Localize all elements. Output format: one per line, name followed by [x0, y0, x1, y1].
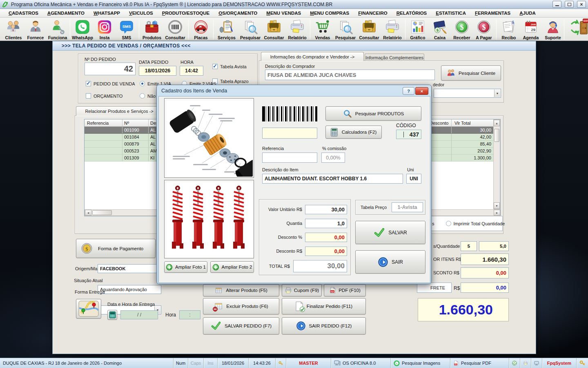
scroll-down-arrow[interactable]: ▼ — [494, 202, 500, 209]
valor-itens-field[interactable]: 1.660,30 — [461, 254, 509, 265]
toolbar-clientes[interactable]: Clientes — [2, 18, 24, 40]
dialog-save-button[interactable]: SALVAR — [355, 221, 425, 244]
status-pesquisar-imagens[interactable]: Pesquisar Imagens — [391, 358, 450, 368]
menu-agendamento[interactable]: AGENDAMENTO — [43, 9, 89, 17]
qtd-itens-field[interactable]: 5 — [461, 241, 477, 251]
toolbar-produtos[interactable]: Produtos — [140, 18, 163, 40]
menu-relatorios[interactable]: RELATÓRIOS — [392, 9, 432, 17]
toolbar-caixa[interactable]: $Caixa — [429, 18, 451, 40]
tab-relacionar-produtos[interactable]: Relacionar Produtos e Serviços -> — [76, 106, 163, 116]
toolbar-suporte[interactable]: Suporte — [542, 18, 564, 40]
toolbar-recibo[interactable]: $Recibo — [498, 18, 520, 40]
barcode-field[interactable] — [262, 128, 317, 139]
toolbar-instagram[interactable]: Insta — [94, 18, 116, 40]
delivery-date-field[interactable]: / / — [120, 310, 158, 319]
dialog-close-button[interactable]: × — [415, 87, 428, 95]
order-date-field[interactable]: 18/01/2026 — [139, 66, 176, 76]
tabela-aprazo-checkbox[interactable]: Tabela Aprazo — [212, 79, 249, 84]
vendedor-combo[interactable]: ▼ — [434, 89, 501, 98]
menu-cadastros[interactable]: CADASTROS — [4, 9, 43, 17]
date-picker-button[interactable] — [107, 310, 117, 320]
vertical-scrollbar[interactable]: ▲ ▼ — [493, 119, 500, 209]
situacao-combo[interactable]: Aguardando Aprovação — [98, 285, 161, 294]
search-products-button[interactable]: Pesquisar PRODUTOS — [325, 106, 421, 121]
toolbar-funcionarios[interactable]: Funciona — [47, 18, 69, 40]
menu-compras[interactable]: MENU COMPRAS — [305, 9, 354, 17]
toolbar-consultar-servicos[interactable]: Consultar — [262, 18, 286, 40]
tab-info-complementares[interactable]: Informação Complementares — [365, 54, 424, 61]
scrollbar-thumb[interactable] — [92, 210, 112, 215]
help-button[interactable]: ? — [403, 87, 414, 95]
menu-os-orcamento[interactable]: OS/ORÇAMENTO — [214, 9, 262, 17]
salvar-pedido-button[interactable]: SALVAR PEDIDO (F7) — [203, 317, 279, 334]
ampliar-foto1-button[interactable]: Ampliar Foto 1 — [164, 261, 207, 273]
menu-vendas[interactable]: MENU VENDAS — [262, 9, 305, 17]
pedido-venda-checkbox[interactable]: PEDIDO DE VENDA — [86, 81, 135, 86]
menu-ajuda[interactable]: AJUDA — [515, 9, 540, 17]
frete-field[interactable]: 0,00 — [461, 283, 509, 293]
dialog-exit-button[interactable]: SAIR — [355, 250, 425, 274]
toolbar-pesquisar-vendas[interactable]: Pesquisar — [334, 18, 357, 40]
calculator-button[interactable]: Calculadora (F2) — [325, 126, 382, 139]
quantia-field[interactable]: 1,0 — [305, 219, 347, 228]
menu-produto-estoque[interactable]: PRODUTO/ESTOQUE — [158, 9, 214, 17]
toolbar-whatsapp[interactable]: WhatsApp — [71, 18, 94, 40]
menu-veiculos[interactable]: VEICULOS — [125, 9, 158, 17]
toolbar-receber[interactable]: $Receber — [451, 18, 473, 40]
buyer-description-field[interactable]: FIUSA DE ALMEIDA JUCA CHAVES — [265, 70, 435, 80]
search-client-button[interactable]: Pesquisar Cliente — [441, 65, 501, 81]
codigo-field[interactable]: 437 — [396, 130, 421, 139]
toolbar-servicos[interactable]: Serviços — [215, 18, 238, 40]
menu-estatistica[interactable]: ESTATISTICA — [431, 9, 470, 17]
desconto-pct-field[interactable]: 0,00 — [305, 233, 347, 242]
excluir-produto-button[interactable]: Excluir Produto (F6) — [203, 298, 279, 314]
toolbar-consultar-barcode[interactable]: Consultar — [163, 18, 187, 40]
scroll-up-arrow[interactable]: ▲ — [494, 120, 500, 126]
status-print[interactable] — [520, 358, 531, 368]
toolbar-pesquisar-servicos[interactable]: Pesquisar — [238, 18, 262, 40]
toolbar-placas[interactable]: Placas — [190, 18, 212, 40]
toolbar-fornecedores[interactable]: Fornece — [24, 18, 47, 40]
toolbar-grafico[interactable]: Gráfico — [407, 18, 429, 40]
toolbar-relatorio-servicos[interactable]: Relatório — [286, 18, 309, 40]
finalizar-pedido-button[interactable]: Finalizar Pedido (F11) — [282, 298, 366, 314]
minimize-button[interactable] — [552, 1, 561, 8]
desconto-total-field[interactable]: 0,00 — [461, 267, 509, 278]
origem-combo[interactable]: FACEBOOK — [98, 264, 161, 273]
toolbar-relatorio-vendas[interactable]: Relatório — [381, 18, 404, 40]
scrollbar-thumb[interactable] — [494, 129, 499, 142]
cupom-button[interactable]: Cupom (F9) — [282, 284, 322, 296]
qtd-total-field[interactable]: 5,0 — [479, 241, 509, 251]
order-number-field[interactable]: 42 — [85, 63, 136, 75]
tab-comprador-vendedor[interactable]: Informações do Comprador e Vendedor -> — [261, 52, 364, 61]
item-description-field[interactable]: ALINHAMENTO DIANT. ESCORT HOBBY 1.6 — [262, 174, 403, 184]
valor-unitario-field[interactable]: 30,00 — [305, 205, 347, 214]
orcamento-checkbox[interactable]: ORÇAMENTO — [86, 93, 122, 99]
ampliar-foto2-button[interactable]: Ampliar Foto 2 — [210, 261, 254, 273]
menu-financeiro[interactable]: FINANCEIRO — [354, 9, 392, 17]
status-pesquisar-pdf[interactable]: Pesquisar PDF — [450, 358, 509, 368]
order-time-field[interactable]: 14:42 — [180, 66, 203, 76]
tabela-avista-checkbox[interactable]: Tabela Avista — [212, 64, 247, 69]
toolbar-exit[interactable]: EXIT — [566, 18, 588, 40]
imprimir-total-quantidade-radio[interactable]: Imprimir Total Quantidade — [446, 221, 505, 226]
uni-field[interactable]: UNI — [406, 174, 421, 184]
comissao-field[interactable]: 0,00% — [321, 153, 345, 163]
dialog-titlebar[interactable]: Cadastro dos Itens de Venda — [157, 85, 431, 96]
toolbar-agenda[interactable]: JAN29Agenda — [520, 18, 542, 40]
desconto-rs-field[interactable]: 0,00 — [305, 247, 347, 256]
maximize-button[interactable] — [565, 1, 574, 8]
toolbar-a-pagar[interactable]: $A Pagar — [473, 18, 495, 40]
toolbar-sms[interactable]: SMSSMS — [116, 18, 138, 40]
dlg-referencia-field[interactable] — [262, 153, 317, 163]
payment-method-button[interactable]: $ Forma de Pagamento — [76, 239, 156, 258]
menu-ferramentas[interactable]: FERRAMENTAS — [470, 9, 515, 17]
toolbar-vendas[interactable]: Vendas — [312, 18, 334, 40]
status-monitor[interactable] — [531, 358, 542, 368]
status-refresh[interactable] — [509, 358, 520, 368]
close-button[interactable]: × — [577, 1, 586, 8]
map-button[interactable] — [76, 299, 101, 319]
sair-pedido-button[interactable]: SAIR PEDIDO (F12) — [282, 317, 366, 334]
alterar-produto-button[interactable]: Alterar Produto (F5) — [203, 284, 279, 296]
delivery-time-field[interactable]: : — [179, 310, 200, 319]
